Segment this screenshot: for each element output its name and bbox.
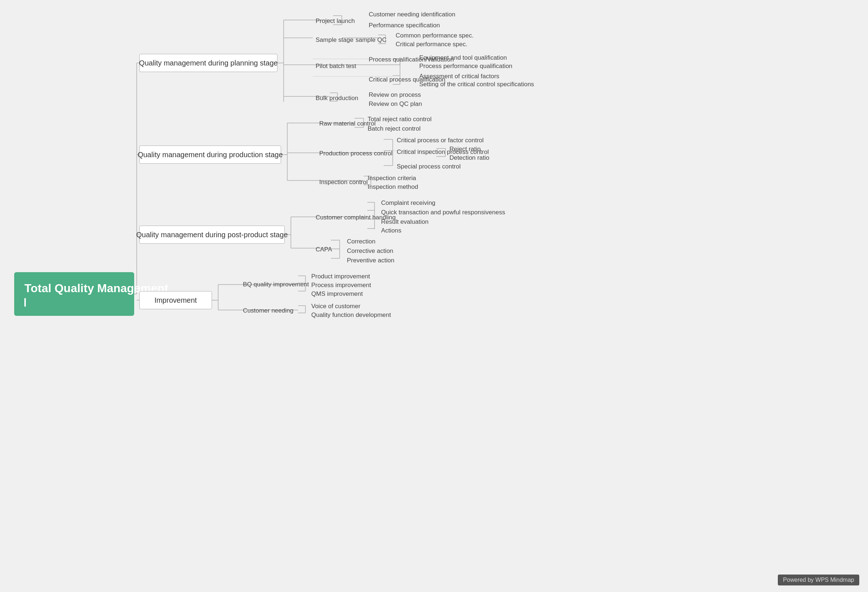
capa: CAPA — [313, 244, 335, 255]
bq-quality: BQ quality improvement — [240, 280, 311, 290]
process-perf-qual: Process performance qualification — [416, 61, 515, 71]
planning-label: Quality management during planning stage — [139, 59, 278, 67]
setting-critical: Setting of the critical control specific… — [416, 79, 537, 89]
accent-bar — [24, 298, 26, 307]
perf-spec: Performance specification — [366, 21, 443, 31]
batch-reject: Batch reject control — [365, 124, 424, 134]
review-process: Review on process — [366, 90, 424, 100]
production-process: Production process control — [316, 148, 395, 158]
qms-imp: QMS improvement — [309, 289, 366, 299]
customer-needing-id: Customer needing identification — [366, 9, 458, 20]
actions: Actions — [378, 226, 404, 236]
customer-needing-imp: Customer needing — [240, 306, 296, 316]
planning-node: Quality management during planning stage — [139, 54, 278, 72]
total-reject: Total reject ratio control — [365, 114, 434, 124]
correction: Correction — [344, 237, 378, 247]
sample-stage: Sample stage — [313, 35, 356, 45]
critical-perf: Critical performance spec. — [393, 39, 470, 49]
post-node: Quality management during post-product s… — [139, 226, 285, 244]
inspection-method: Inspection method — [365, 182, 421, 192]
improvement-node: Improvement — [139, 291, 212, 309]
root-node: Total Quality Management — [14, 272, 134, 316]
watermark: Powered by WPS Mindmap — [778, 574, 859, 585]
bulk-production: Bulk production — [313, 93, 361, 103]
corrective-action: Corrective action — [344, 246, 396, 256]
production-node: Quality management during production sta… — [139, 145, 281, 164]
post-label: Quality management during post-product s… — [136, 231, 288, 239]
improvement-label: Improvement — [155, 296, 197, 305]
pilot-batch: Pilot batch test — [313, 61, 359, 71]
sample-qc: sample QC — [353, 35, 390, 45]
special-process: Special process control — [394, 161, 464, 172]
complaint-receiving: Complaint receiving — [378, 198, 438, 208]
detection-ratio: Detection ratio — [447, 153, 492, 163]
preventive-action: Preventive action — [344, 255, 397, 266]
production-label: Quality management during production sta… — [137, 151, 282, 159]
mindmap-container: Total Quality Management Quality managem… — [0, 0, 868, 592]
project-launch: Project launch — [313, 16, 358, 26]
quick-transaction: Quick transaction and powful responsiven… — [378, 207, 508, 218]
quality-function: Quality function development — [309, 310, 394, 320]
inspection-control: Inspection control — [316, 177, 371, 187]
review-qc: Review on QC plan — [366, 99, 425, 109]
